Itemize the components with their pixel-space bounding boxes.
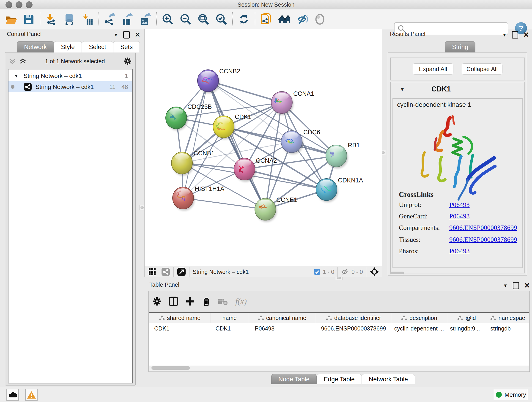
zoom-in-icon[interactable] bbox=[162, 13, 174, 25]
network-node-CCNA2[interactable] bbox=[234, 158, 256, 182]
save-icon[interactable] bbox=[23, 13, 35, 25]
gene-name: CDK1 bbox=[431, 85, 451, 93]
table-panel-float-icon[interactable] bbox=[513, 282, 519, 289]
open-folder-icon[interactable] bbox=[5, 13, 17, 25]
export-table-icon[interactable] bbox=[121, 13, 133, 25]
network-edge-CCNE1-HIST1H1A[interactable] bbox=[183, 198, 265, 209]
column-header-description[interactable]: description bbox=[391, 313, 447, 323]
zoom-fit-icon[interactable] bbox=[197, 13, 209, 25]
hidden-eye-icon[interactable] bbox=[341, 268, 349, 275]
expand-all-icon[interactable] bbox=[19, 57, 27, 65]
network-panel-body: 1 of 1 Network selected ▼ String Network… bbox=[5, 52, 136, 385]
table-panel-title: Table Panel bbox=[149, 281, 179, 288]
hide-display-icon[interactable] bbox=[296, 13, 308, 25]
results-panel-close-icon[interactable]: ✕ bbox=[523, 32, 529, 37]
export-network-icon[interactable] bbox=[104, 13, 115, 25]
import-network-icon[interactable] bbox=[45, 13, 57, 25]
network-node-CCNA1[interactable] bbox=[271, 91, 293, 115]
memory-button[interactable]: Memory bbox=[494, 389, 528, 400]
crosslink-value: P06493 bbox=[449, 201, 470, 209]
export-image-icon[interactable] bbox=[139, 13, 151, 25]
refresh-icon[interactable] bbox=[238, 13, 250, 25]
control-panel-close-icon[interactable]: ✕ bbox=[135, 32, 140, 37]
tab-select[interactable]: Select bbox=[82, 41, 113, 52]
tab-style[interactable]: Style bbox=[54, 41, 82, 52]
table-panel: Table Panel ▼ ✕ f(x) shared name name ca… bbox=[146, 280, 532, 386]
preview-eye-icon[interactable] bbox=[314, 13, 326, 25]
collapse-all-icon[interactable] bbox=[8, 57, 16, 65]
collapse-all-button[interactable]: Collapse All bbox=[462, 64, 502, 75]
results-panel-title: Results Panel bbox=[390, 31, 425, 37]
column-header-name[interactable]: name bbox=[211, 313, 248, 323]
column-header-database-identifier[interactable]: database identifier bbox=[316, 313, 391, 323]
delete-table-icon[interactable] bbox=[218, 296, 229, 306]
warning-button[interactable] bbox=[25, 389, 38, 401]
crosslink-link[interactable]: P06493 bbox=[449, 212, 470, 220]
add-column-icon[interactable] bbox=[185, 296, 195, 306]
crosslink-row: Pharos: bbox=[399, 247, 419, 255]
crosslink-link[interactable]: 9606.ENSP00000378699 bbox=[449, 224, 517, 231]
home-pages-icon[interactable] bbox=[278, 13, 290, 25]
zoom-selected-icon[interactable] bbox=[215, 13, 227, 25]
tab-network-table[interactable]: Network Table bbox=[362, 374, 415, 384]
status-bar: Memory bbox=[0, 387, 532, 402]
results-panel-float-icon[interactable] bbox=[512, 31, 518, 38]
results-panel-collapse-icon[interactable]: ▼ bbox=[502, 32, 507, 38]
table-row[interactable]: CDK1 CDK1 P06493 9606.ENSP00000378699 cy… bbox=[149, 323, 529, 333]
crosslink-link[interactable]: P06493 bbox=[449, 201, 470, 208]
crosslink-link[interactable]: 9606.ENSP00000378699 bbox=[449, 236, 517, 243]
import-table-icon[interactable] bbox=[81, 13, 93, 25]
column-header-shared-name[interactable]: shared name bbox=[149, 313, 211, 323]
crosslink-value: 9606.ENSP00000378699 bbox=[449, 236, 517, 243]
tab-edge-table[interactable]: Edge Table bbox=[317, 374, 362, 384]
network-view-canvas[interactable]: CCNB2CCNA1CDC25BCDK1CDC6RB1CCNB1CCNA2CDK… bbox=[144, 29, 382, 267]
open-in-window-icon[interactable] bbox=[177, 267, 186, 276]
network-node-CCNE1[interactable] bbox=[255, 198, 277, 222]
table-hscrollbar[interactable] bbox=[149, 366, 529, 370]
tab-string[interactable]: String bbox=[445, 41, 475, 52]
gear-icon[interactable] bbox=[123, 57, 132, 66]
function-builder-icon[interactable]: f(x) bbox=[235, 297, 247, 306]
left-splitter-handle[interactable] bbox=[139, 205, 145, 211]
current-network-name: String Network – cdk1 bbox=[193, 269, 249, 275]
column-type-icon bbox=[490, 315, 496, 321]
column-header-namespace[interactable]: namespac bbox=[486, 313, 529, 323]
control-panel-collapse-icon[interactable]: ▼ bbox=[114, 32, 118, 38]
network-node-CDKN1A[interactable] bbox=[316, 179, 338, 202]
network-share-icon[interactable] bbox=[161, 267, 170, 276]
tab-sets[interactable]: Sets bbox=[113, 41, 140, 52]
grid-view-icon[interactable] bbox=[148, 268, 157, 276]
tab-node-table[interactable]: Node Table bbox=[271, 374, 317, 384]
cloud-button[interactable] bbox=[6, 389, 19, 401]
column-header-id[interactable]: @id bbox=[447, 313, 486, 323]
protein-structure-image bbox=[413, 111, 503, 203]
expand-all-button[interactable]: Expand All bbox=[413, 64, 453, 75]
control-panel-float-icon[interactable] bbox=[123, 31, 130, 38]
crosslink-value: P06493 bbox=[449, 212, 470, 220]
delete-column-icon[interactable] bbox=[201, 296, 211, 306]
node-label-HIST1H1A: HIST1H1A bbox=[195, 185, 224, 192]
selected-checkbox-icon[interactable] bbox=[314, 268, 321, 275]
share-document-icon[interactable] bbox=[260, 13, 272, 25]
tree-expand-icon[interactable]: ▼ bbox=[14, 73, 19, 79]
show-columns-icon[interactable] bbox=[168, 296, 178, 306]
import-database-icon[interactable] bbox=[63, 13, 75, 25]
tab-network[interactable]: Network bbox=[17, 41, 54, 52]
table-panel-close-icon[interactable]: ✕ bbox=[524, 283, 530, 288]
birdseye-navigator-icon[interactable] bbox=[370, 267, 379, 277]
network-node-CDK1[interactable] bbox=[213, 116, 235, 139]
network-tree-row-selected[interactable]: String Network – cdk1 11 48 bbox=[8, 81, 132, 92]
toolbar-separator bbox=[337, 267, 338, 277]
network-tree-root-row[interactable]: ▼ String Network – cdk1 1 bbox=[8, 70, 132, 81]
column-header-canonical-name[interactable]: canonical name bbox=[248, 313, 316, 323]
section-collapse-icon[interactable]: ▼ bbox=[400, 86, 405, 92]
zoom-out-icon[interactable] bbox=[180, 13, 191, 25]
table-hscrollbar-thumb[interactable] bbox=[152, 366, 190, 370]
network-selected-text: 1 of 1 Network selected bbox=[27, 58, 123, 65]
table-panel-collapse-icon[interactable]: ▼ bbox=[503, 283, 508, 288]
crosslink-link[interactable]: P06493 bbox=[449, 247, 470, 255]
results-hscrollbar-thumb[interactable] bbox=[390, 272, 404, 274]
network-node-RB1[interactable] bbox=[326, 145, 348, 168]
network-node-CDC25B[interactable] bbox=[166, 107, 188, 130]
table-gear-icon[interactable] bbox=[152, 296, 162, 306]
